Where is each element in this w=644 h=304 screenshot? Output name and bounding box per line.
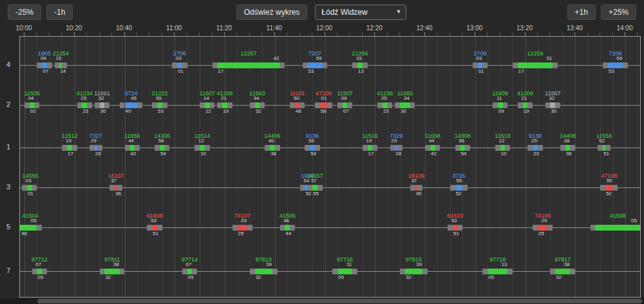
dwell-buffer xyxy=(303,62,308,68)
departure-minute-label: 15 xyxy=(356,56,362,61)
train-bar[interactable] xyxy=(310,145,315,151)
arrival-minute-label: 51 xyxy=(603,151,609,157)
gridline xyxy=(300,37,301,297)
train-bar[interactable] xyxy=(595,225,640,231)
train-bar[interactable] xyxy=(368,145,373,151)
train-bar[interactable] xyxy=(430,145,435,151)
train-bar[interactable] xyxy=(523,102,528,108)
train-bar[interactable] xyxy=(177,62,182,68)
train-bar[interactable] xyxy=(605,185,613,191)
train-bar[interactable] xyxy=(255,269,272,274)
dwell-buffer xyxy=(513,62,518,68)
train-bar[interactable] xyxy=(307,62,322,68)
departure-minute-label: 13 xyxy=(501,262,507,267)
dwell-buffer xyxy=(493,102,498,108)
dwell-buffer xyxy=(507,269,513,274)
pan-back-button[interactable]: -1h xyxy=(46,5,73,20)
train-bar[interactable] xyxy=(608,62,623,68)
train-bar[interactable] xyxy=(383,102,388,108)
dwell-buffer xyxy=(555,102,560,108)
dwell-buffer xyxy=(600,185,605,191)
train-bar[interactable] xyxy=(200,145,205,151)
arrival-minute-label: 51 xyxy=(153,231,158,236)
arrival-minute-label: 51 xyxy=(453,231,459,236)
dwell-buffer xyxy=(410,102,415,108)
train-bar[interactable] xyxy=(42,62,47,68)
train-number-label: 12259 xyxy=(527,51,544,57)
departure-minute-label: 44 xyxy=(128,138,134,144)
dwell-buffer xyxy=(605,145,611,151)
train-bar[interactable] xyxy=(320,102,328,108)
arrival-minute-label: 55 xyxy=(313,191,319,196)
train-bar[interactable] xyxy=(533,145,538,151)
train-bar[interactable] xyxy=(337,269,352,274)
gridline xyxy=(462,37,463,297)
train-bar[interactable] xyxy=(312,185,317,191)
train-bar[interactable] xyxy=(295,102,300,108)
train-bar[interactable] xyxy=(453,225,458,231)
zoom-in-button[interactable]: +25% xyxy=(601,5,636,20)
train-bar[interactable] xyxy=(160,145,165,151)
train-bar[interactable] xyxy=(30,102,35,108)
time-label: 13:40 xyxy=(567,24,583,32)
refresh-chart-button[interactable]: Odśwież wykres xyxy=(236,5,308,20)
train-bar[interactable] xyxy=(217,62,279,68)
train-bar[interactable] xyxy=(222,102,227,108)
dwell-buffer xyxy=(227,102,232,108)
train-bar[interactable] xyxy=(125,102,137,108)
train-bar[interactable] xyxy=(285,225,290,231)
train-bar[interactable] xyxy=(19,225,37,231)
train-bar[interactable] xyxy=(478,62,483,68)
train-bar[interactable] xyxy=(67,145,72,151)
arrival-minute-label: 01 xyxy=(28,191,33,196)
train-bar[interactable] xyxy=(205,102,210,108)
horizontal-scrollbar[interactable] xyxy=(0,298,644,304)
train-bar[interactable] xyxy=(104,269,119,274)
train-bar[interactable] xyxy=(357,62,363,68)
train-bar[interactable] xyxy=(455,185,463,191)
train-bar[interactable] xyxy=(129,145,135,151)
arrival-minute-label: 42 xyxy=(130,151,136,157)
scrollbar-thumb[interactable] xyxy=(37,299,642,303)
train-bar[interactable] xyxy=(255,102,260,108)
train-bar[interactable] xyxy=(270,145,275,151)
train-bar[interactable] xyxy=(500,145,506,151)
chart-plot-area: 1905090721254151427060301122574217720759… xyxy=(19,36,641,298)
train-bar[interactable] xyxy=(400,102,410,108)
zoom-out-button[interactable]: -25% xyxy=(8,5,41,20)
train-bar[interactable] xyxy=(27,185,32,191)
train-bar[interactable] xyxy=(100,102,105,108)
train-bar[interactable] xyxy=(152,225,157,231)
train-bar[interactable] xyxy=(550,102,555,108)
dwell-buffer xyxy=(613,185,618,191)
train-bar[interactable] xyxy=(498,102,503,108)
train-bar[interactable] xyxy=(343,102,348,108)
train-bar[interactable] xyxy=(538,225,548,231)
departure-minute-label: 14 xyxy=(204,96,209,101)
train-number-label: 12257 xyxy=(240,51,256,57)
train-bar[interactable] xyxy=(518,62,553,68)
train-bar[interactable] xyxy=(405,269,422,274)
time-label: 11:00 xyxy=(166,24,182,32)
dwell-buffer xyxy=(162,102,167,108)
train-bar[interactable] xyxy=(82,102,87,108)
train-bar[interactable] xyxy=(488,269,507,274)
dwell-buffer xyxy=(290,225,295,231)
arrival-minute-label: 36 xyxy=(115,191,121,196)
train-bar[interactable] xyxy=(460,145,465,151)
dwell-buffer xyxy=(247,225,252,231)
train-bar[interactable] xyxy=(565,145,571,151)
station-select[interactable]: Łódź Widzew xyxy=(315,5,406,20)
train-bar[interactable] xyxy=(37,269,42,274)
train-bar[interactable] xyxy=(237,225,247,231)
train-bar[interactable] xyxy=(157,102,162,108)
arrival-minute-label: 32 xyxy=(556,275,562,280)
arrival-minute-label: 54 xyxy=(160,151,166,157)
departure-minute-label: 57 xyxy=(311,178,317,184)
train-bar[interactable] xyxy=(187,269,193,274)
dwell-buffer xyxy=(448,225,453,231)
departure-minute-label: 15 xyxy=(55,56,61,61)
pan-forward-button[interactable]: +1h xyxy=(567,5,596,20)
train-bar[interactable] xyxy=(555,269,570,274)
dwell-buffer xyxy=(147,225,152,231)
